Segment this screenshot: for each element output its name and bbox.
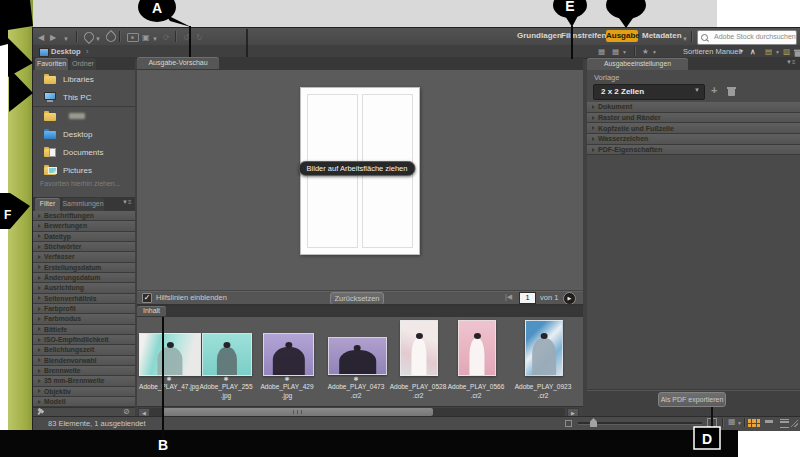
- image-thumbnail[interactable]: [263, 333, 314, 376]
- settings-section-header[interactable]: Dokument: [587, 102, 800, 113]
- export-pdf-button[interactable]: Als PDF exportieren: [658, 392, 726, 407]
- filter-row[interactable]: Änderungsdatum: [33, 273, 135, 283]
- star-rating-icon[interactable]: ★: [642, 47, 649, 56]
- open-folder-icon[interactable]: ▤: [765, 47, 772, 56]
- back-icon[interactable]: ◀: [38, 30, 44, 46]
- filter-row[interactable]: Stichwörter: [33, 242, 135, 252]
- scrollbar-thumb[interactable]: [163, 408, 433, 416]
- image-thumbnail[interactable]: [525, 320, 563, 376]
- tab-ausgabeeinstellungen[interactable]: Ausgabeeinstellungen: [587, 58, 688, 70]
- thumbnail-filename[interactable]: Adobe_PLAY_255: [196, 383, 256, 392]
- grid-lock-icon[interactable]: ▦: [728, 417, 736, 426]
- rating-dot-icon[interactable]: ✱: [257, 375, 317, 382]
- thumbnail-filename[interactable]: Adobe_PLAY_429: [257, 383, 317, 392]
- filter-row[interactable]: Brennweite: [33, 366, 135, 376]
- thumbnail-filename[interactable]: Adobe_PLAY_0566: [446, 383, 506, 392]
- clear-filter-icon[interactable]: ⊘: [123, 407, 130, 416]
- filter-row[interactable]: Erstellungsdatum: [33, 263, 135, 273]
- new-folder-icon[interactable]: ▥: [783, 47, 790, 56]
- panel-menu-icon[interactable]: ▼≡: [786, 59, 795, 65]
- filter-row[interactable]: Verfasser: [33, 252, 135, 262]
- filter-row[interactable]: Blendenvorwahl: [33, 356, 135, 366]
- image-thumbnail[interactable]: [328, 337, 387, 375]
- favorite-item[interactable]: Desktop: [33, 125, 135, 143]
- add-template-icon[interactable]: +: [711, 84, 717, 96]
- thumbnail-filename[interactable]: Adobe_PLAY_0923: [513, 383, 573, 392]
- filter-row[interactable]: Dateityp: [33, 232, 135, 242]
- rotate-left-icon[interactable]: ↺: [183, 30, 190, 46]
- rotate-right-icon[interactable]: ↻: [196, 30, 203, 46]
- adobe-stock-search-input[interactable]: Adobe Stock durchsuchen: [697, 30, 797, 45]
- favorite-item[interactable]: Pictures: [33, 161, 135, 179]
- settings-section-header[interactable]: Raster und Ränder: [587, 113, 800, 124]
- workspace-tab-ausgabe[interactable]: Ausgabe: [606, 30, 638, 42]
- favorite-item[interactable]: Libraries: [33, 70, 135, 88]
- folder-caret-icon[interactable]: ▼: [775, 49, 780, 55]
- pin-icon[interactable]: [37, 409, 42, 415]
- image-thumbnail[interactable]: [458, 320, 496, 376]
- workspace-tab-grundlagen[interactable]: Grundlagen: [517, 31, 562, 40]
- image-thumbnail[interactable]: [400, 320, 438, 376]
- breadcrumb[interactable]: Desktop: [51, 47, 81, 56]
- tab-sammlungen[interactable]: Sammlungen: [62, 198, 104, 211]
- zoom-in-box-icon[interactable]: [707, 418, 717, 427]
- sort-direction-icon[interactable]: ∧: [750, 47, 756, 56]
- trash-icon[interactable]: [794, 48, 800, 56]
- guides-checkbox[interactable]: ✓: [142, 293, 152, 303]
- settings-section-header[interactable]: Kopfzeile und Fußzeile: [587, 123, 800, 134]
- filter-row[interactable]: ISO-Empfindlichkeit: [33, 335, 135, 345]
- grid-dropdown-icon[interactable]: ▦: [612, 47, 619, 56]
- settings-section-header[interactable]: Wasserzeichen: [587, 134, 800, 145]
- tab-inhalt[interactable]: Inhalt: [137, 306, 166, 316]
- thumbnail-view-icon[interactable]: [748, 419, 760, 427]
- rating-dot-icon[interactable]: ✱: [139, 375, 199, 382]
- first-page-icon[interactable]: |◀: [505, 293, 512, 301]
- camera-import-icon[interactable]: [127, 33, 139, 42]
- favorite-item[interactable]: [33, 106, 135, 125]
- thumbnail-filename[interactable]: Adobe_PLAY_47.jpg: [139, 383, 199, 392]
- delete-template-icon[interactable]: [727, 85, 736, 95]
- tab-favoriten[interactable]: Favoriten: [35, 58, 68, 70]
- filter-row[interactable]: Bewertungen: [33, 221, 135, 231]
- star-caret-icon[interactable]: ▼: [652, 49, 657, 55]
- filter-row[interactable]: Farbmodus: [33, 314, 135, 324]
- workspace-tab-metadaten[interactable]: Metadaten: [642, 31, 682, 40]
- favorite-item[interactable]: This PC: [33, 88, 135, 106]
- grid-lock-caret-icon[interactable]: ▼: [737, 420, 742, 426]
- detail-view-icon[interactable]: [765, 420, 773, 423]
- filter-row[interactable]: Modell: [33, 397, 135, 407]
- filter-row[interactable]: Beschriftungen: [33, 211, 135, 221]
- forward-icon[interactable]: ▶: [50, 30, 56, 46]
- image-thumbnail[interactable]: [202, 333, 252, 376]
- list-view-icon[interactable]: [780, 419, 789, 428]
- zoom-out-box-icon[interactable]: [565, 420, 572, 427]
- sort-label[interactable]: Sortieren Manuell: [683, 47, 742, 56]
- page-number-input[interactable]: 1: [519, 292, 536, 304]
- rating-dot-icon[interactable]: ✱: [196, 375, 256, 382]
- thumbnail-filename[interactable]: Adobe_PLAY_0528: [388, 383, 448, 392]
- rating-dot-icon[interactable]: ✱: [326, 375, 386, 382]
- grid-view-icon[interactable]: ▦: [598, 47, 605, 56]
- recent-folder-icon[interactable]: ▣: [142, 30, 150, 46]
- tab-ordner[interactable]: Ordner: [70, 58, 96, 70]
- sort-caret-icon[interactable]: ▾: [740, 47, 743, 54]
- filter-row[interactable]: Belichtungszeit: [33, 345, 135, 355]
- filter-row[interactable]: Objektiv: [33, 387, 135, 397]
- sync-icon[interactable]: ⟳: [163, 30, 170, 46]
- filter-panel-menu-icon[interactable]: ▼≡: [122, 199, 131, 205]
- favorite-item[interactable]: Documents: [33, 143, 135, 161]
- filter-row[interactable]: Ausrichtung: [33, 283, 135, 293]
- thumbnail-filename[interactable]: Adobe_PLAY_0473: [326, 383, 386, 392]
- grid-caret-icon[interactable]: ▼: [622, 49, 627, 55]
- filter-row[interactable]: 35 mm-Brennweite: [33, 376, 135, 386]
- tab-filter[interactable]: Filter: [35, 198, 60, 211]
- filter-row[interactable]: Seitenverhältnis: [33, 294, 135, 304]
- dropdown-caret-icon[interactable]: ▼: [694, 87, 700, 93]
- tab-ausgabe-vorschau[interactable]: Ausgabe-Vorschau: [137, 57, 219, 69]
- resize-grip-icon[interactable]: [791, 420, 798, 427]
- settings-section-header[interactable]: PDF-Eigenschaften: [587, 145, 800, 156]
- filter-row[interactable]: Farbprofil: [33, 304, 135, 314]
- workspace-tab-filmstreifen[interactable]: Filmstreifen: [561, 31, 606, 40]
- filter-row[interactable]: Bittiefe: [33, 325, 135, 335]
- image-thumbnail[interactable]: [139, 333, 201, 376]
